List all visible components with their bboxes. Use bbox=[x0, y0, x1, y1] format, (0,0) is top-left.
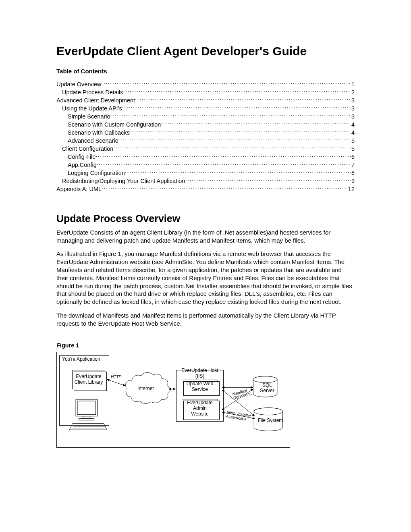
toc-page: 9 bbox=[351, 177, 355, 185]
toc-page: 3 bbox=[351, 105, 355, 113]
toc-label: Logging Configuration bbox=[68, 169, 125, 177]
toc-label: Update Process Details bbox=[62, 89, 123, 97]
toc-label: App.Config bbox=[68, 161, 97, 169]
toc-dots bbox=[123, 88, 351, 94]
figure-label: Figure 1 bbox=[56, 342, 355, 349]
toc-dots bbox=[95, 153, 351, 159]
toc-label: Scenario with Callbacks bbox=[68, 129, 130, 137]
toc-page: 5 bbox=[351, 145, 355, 153]
toc-row: Advanced Scenario5 bbox=[56, 137, 355, 145]
toc-dots bbox=[110, 112, 351, 118]
toc-dots bbox=[122, 104, 351, 110]
toc-row: App.Config7 bbox=[56, 161, 355, 169]
toc-page: 1 bbox=[351, 81, 355, 89]
toc-label: Advanced Client Development bbox=[56, 97, 135, 105]
sql-label: SQL Server bbox=[260, 383, 274, 393]
client-library-box: EverUpdate Client Library bbox=[72, 370, 105, 389]
toc-label: Appendix A: UML bbox=[56, 185, 102, 193]
toc-label: Simple Scenario bbox=[68, 113, 110, 121]
svg-line-7 bbox=[107, 379, 125, 386]
toc-label: Redistributing/Deploying Your Client App… bbox=[62, 177, 185, 185]
paragraph: EverUpdate Consists of an agent Client L… bbox=[56, 229, 355, 245]
toc-row: Appendix A: UML12 bbox=[56, 185, 355, 193]
host-label: EverUpdate Host (IIS) bbox=[176, 370, 224, 377]
toc-dots bbox=[113, 145, 351, 151]
toc-dots bbox=[102, 185, 347, 191]
toc-label: Using the Update API's bbox=[62, 105, 122, 113]
filesystem-label: File System bbox=[257, 418, 283, 423]
toc-dots bbox=[135, 96, 351, 102]
toc-dots bbox=[161, 121, 351, 127]
files-installer-label: Files, Installer Assemblies bbox=[226, 410, 259, 423]
toc-page: 7 bbox=[351, 161, 355, 169]
toc-page: 12 bbox=[347, 185, 355, 193]
paragraph: The download of Manifests and Manifest I… bbox=[56, 312, 355, 328]
toc-page: 8 bbox=[351, 169, 355, 177]
toc-dots bbox=[185, 177, 351, 183]
toc-page: 3 bbox=[351, 97, 355, 105]
figure-1-diagram: You're Application EverUpdate Client Lib… bbox=[56, 352, 290, 448]
toc-row: Redistributing/Deploying Your Client App… bbox=[56, 177, 355, 185]
toc-label: Advanced Scenario bbox=[68, 137, 118, 145]
internet-label: Internet bbox=[137, 386, 154, 391]
toc-row: Simple Scenario3 bbox=[56, 112, 355, 121]
section-title: Update Process Overview bbox=[56, 213, 355, 224]
page-title: EverUpdate Client Agent Developer's Guid… bbox=[56, 44, 355, 58]
toc-dots bbox=[118, 137, 351, 143]
toc: Update Overview1Update Process Details2A… bbox=[56, 80, 355, 193]
manifest-def-label: Manifest Definitions bbox=[232, 387, 257, 400]
toc-row: Using the Update API's3 bbox=[56, 104, 355, 112]
paragraph: As illustrated in Figure 1, you manage M… bbox=[56, 250, 355, 306]
toc-row: Config File6 bbox=[56, 153, 355, 161]
toc-dots bbox=[101, 80, 351, 86]
toc-page: 4 bbox=[351, 129, 355, 137]
toc-label: Client Configuration bbox=[62, 145, 113, 153]
your-app-label: You're Application bbox=[59, 355, 109, 364]
toc-row: Advanced Client Development3 bbox=[56, 96, 355, 104]
toc-page: 2 bbox=[351, 89, 355, 97]
toc-dots bbox=[130, 129, 351, 135]
toc-row: Update Overview1 bbox=[56, 80, 355, 88]
svg-point-11 bbox=[254, 407, 282, 415]
svg-point-9 bbox=[253, 376, 277, 382]
toc-row: Client Configuration5 bbox=[56, 145, 355, 153]
http-label: HTTP bbox=[111, 375, 121, 379]
toc-page: 6 bbox=[351, 153, 355, 161]
toc-dots bbox=[125, 169, 351, 175]
toc-page: 3 bbox=[351, 113, 355, 121]
admin-site-box: EverUpdate Admin Website bbox=[182, 399, 218, 418]
toc-dots bbox=[97, 161, 351, 167]
web-service-box: Update Web Service bbox=[182, 380, 218, 394]
toc-row: Logging Configuration8 bbox=[56, 169, 355, 177]
toc-label: Update Overview bbox=[56, 81, 101, 89]
svg-point-12 bbox=[254, 407, 282, 415]
toc-page: 5 bbox=[351, 137, 355, 145]
toc-label: Scenario with Custom Configuration bbox=[68, 121, 161, 129]
toc-header: Table of Contents bbox=[56, 68, 355, 75]
toc-row: Scenario with Custom Configuration4 bbox=[56, 121, 355, 129]
toc-row: Update Process Details2 bbox=[56, 88, 355, 96]
toc-page: 4 bbox=[351, 121, 355, 129]
toc-row: Scenario with Callbacks4 bbox=[56, 129, 355, 137]
toc-label: Config File bbox=[68, 153, 95, 161]
svg-point-10 bbox=[253, 376, 277, 382]
